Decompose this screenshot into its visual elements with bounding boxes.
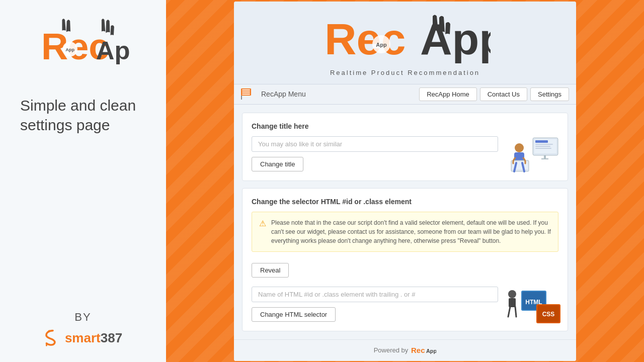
nav-menu-icon — [241, 88, 255, 100]
sidebar: Rec App App Simple and clean settings pa… — [0, 0, 166, 362]
app-body: Change title here Change title — [234, 105, 576, 339]
section2-title: Change the selector HTML #id or .class e… — [252, 198, 558, 206]
main-tagline: Realtime Product Recommendation — [330, 69, 480, 76]
svg-rect-9 — [242, 89, 250, 90]
svg-rect-11 — [242, 94, 250, 95]
reveal-button[interactable]: Reveal — [252, 263, 289, 278]
svg-point-21 — [515, 143, 524, 152]
app-window: Rec App App Realtime Product Recommendat… — [234, 2, 576, 361]
title-input[interactable] — [252, 136, 498, 152]
html-css-svg: HTML CSS — [502, 287, 562, 327]
warning-icon: ⚠ — [259, 219, 266, 228]
nav-bar: RecApp Menu RecApp Home Contact Us Setti… — [234, 84, 576, 105]
recapp-home-button[interactable]: RecApp Home — [419, 87, 477, 101]
warning-box: ⚠ Please note that in the case our scrip… — [252, 212, 558, 252]
sidebar-logo-container: Rec App App — [33, 15, 133, 80]
svg-rect-18 — [535, 148, 551, 149]
warning-text: Please note that in the case our script … — [271, 218, 551, 245]
app-header: Rec App App Realtime Product Recommendat… — [234, 2, 576, 84]
smart387-icon — [44, 329, 62, 347]
svg-rect-17 — [535, 146, 550, 147]
svg-text:Rec: Rec — [411, 346, 425, 354]
svg-text:CSS: CSS — [542, 311, 555, 318]
smart387-text: smart387 — [65, 330, 122, 346]
footer-recapp-logo: Rec App — [411, 346, 436, 355]
app-main-logo: Rec App App — [319, 12, 491, 67]
svg-text:App: App — [96, 36, 131, 65]
sidebar-tagline: Simple and clean settings page — [10, 96, 156, 135]
smart387-logo: smart387 — [44, 329, 122, 347]
contact-us-button[interactable]: Contact Us — [480, 87, 527, 101]
app-footer: Powered by Rec App — [234, 339, 576, 361]
html-css-illustration: HTML CSS — [502, 287, 562, 327]
svg-text:App: App — [426, 348, 436, 354]
sidebar-by-label: BY — [74, 311, 91, 324]
svg-rect-15 — [535, 140, 548, 143]
svg-rect-20 — [541, 158, 548, 159]
svg-point-25 — [508, 290, 516, 298]
svg-text:App: App — [420, 14, 491, 64]
nav-menu-label: RecApp Menu — [261, 90, 415, 98]
svg-text:App: App — [376, 42, 387, 48]
change-title-button[interactable]: Change title — [252, 157, 303, 171]
svg-rect-16 — [535, 144, 553, 145]
change-html-selector-button[interactable]: Change HTML selector — [252, 307, 336, 322]
svg-text:Rec: Rec — [325, 14, 406, 64]
svg-rect-10 — [242, 92, 250, 93]
powered-by-label: Powered by — [374, 346, 409, 354]
svg-rect-12 — [241, 96, 242, 100]
settings-button[interactable]: Settings — [530, 87, 569, 101]
svg-rect-26 — [509, 298, 516, 307]
sidebar-logo: Rec App App — [35, 18, 131, 78]
section1-title: Change title here — [252, 122, 558, 130]
main-content: Rec App App Realtime Product Recommendat… — [166, 0, 644, 362]
person-illustration — [505, 135, 560, 175]
selector-input[interactable] — [252, 287, 498, 302]
app-logo-area: Rec App App Realtime Product Recommendat… — [319, 12, 491, 76]
nav-buttons: RecApp Home Contact Us Settings — [419, 87, 569, 101]
section-change-selector: Change the selector HTML #id or .class e… — [242, 188, 568, 331]
person-working-svg — [505, 135, 560, 175]
svg-rect-19 — [544, 155, 546, 158]
svg-text:App: App — [65, 47, 74, 52]
section-change-title: Change title here Change title — [242, 113, 568, 181]
